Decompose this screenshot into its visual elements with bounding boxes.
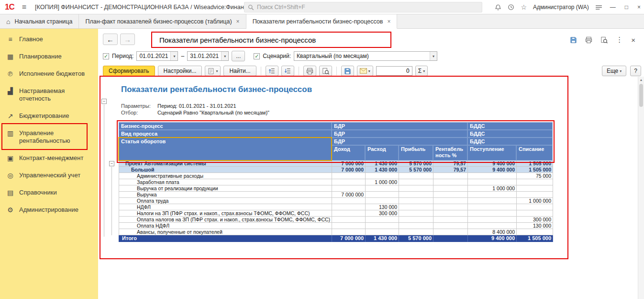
row-value-cell[interactable]: [468, 210, 517, 217]
row-value-cell[interactable]: 7 000 000: [332, 167, 366, 173]
row-value-cell[interactable]: [468, 173, 517, 179]
row-name-cell[interactable]: Большой: [119, 167, 332, 173]
row-value-cell[interactable]: [366, 192, 399, 198]
row-value-cell[interactable]: [433, 173, 468, 179]
minimize-button[interactable]: —: [609, 4, 617, 11]
favorites-star-icon[interactable]: ☆: [521, 4, 527, 11]
row-value-cell[interactable]: 130 000: [517, 223, 553, 229]
row-value-cell[interactable]: [332, 173, 366, 179]
row-value-cell[interactable]: [433, 217, 468, 223]
header-business-process[interactable]: Бизнес-процесс: [119, 122, 332, 130]
dropdown-icon[interactable]: ▾: [216, 69, 218, 73]
row-value-cell[interactable]: 1 505 000: [517, 167, 553, 173]
period-from-input[interactable]: 01.01.2021 ▾: [136, 51, 178, 61]
row-name-cell[interactable]: Оплата налогов на ЗП (ПФР страх. и накоп…: [119, 217, 332, 223]
forward-button[interactable]: →: [120, 34, 135, 45]
row-value-cell[interactable]: 5 570 000: [399, 161, 433, 167]
row-value-cell[interactable]: [517, 185, 553, 192]
row-name-cell[interactable]: Заработная плата: [119, 179, 332, 185]
row-value-cell[interactable]: [468, 217, 517, 223]
group-collapse-button[interactable]: −: [109, 161, 114, 166]
total-receipt[interactable]: 9 400 000: [468, 235, 517, 242]
tab-item[interactable]: ⌂Начальная страница: [0, 14, 79, 28]
row-value-cell[interactable]: [399, 204, 433, 210]
row-name-cell[interactable]: НДФЛ: [119, 204, 332, 210]
current-user-label[interactable]: Администратор (WA): [533, 4, 589, 11]
sum-sigma-button[interactable]: Σ ▾: [415, 66, 428, 76]
header-bdr[interactable]: БДР: [332, 130, 467, 138]
report-variants-button[interactable]: ▾: [205, 66, 221, 76]
sidebar-item[interactable]: ▣Контракт-менеджмент: [0, 150, 98, 167]
row-value-cell[interactable]: [332, 210, 366, 217]
scenario-checkbox[interactable]: ✓: [254, 53, 260, 59]
row-value-cell[interactable]: 1 000 000: [366, 179, 399, 185]
expand-groups-button[interactable]: [266, 66, 278, 76]
row-value-cell[interactable]: 130 000: [366, 204, 399, 210]
save-result-button[interactable]: [341, 66, 354, 76]
row-value-cell[interactable]: [468, 198, 517, 204]
column-receipt[interactable]: Поступление: [467, 145, 516, 161]
row-value-cell[interactable]: [433, 204, 468, 210]
notifications-bell-icon[interactable]: [495, 4, 501, 11]
tab-close-icon[interactable]: ×: [387, 18, 390, 25]
header-turnover-item-selected[interactable]: Статья оборотов: [119, 138, 332, 161]
counter-input[interactable]: 0: [376, 66, 412, 76]
row-value-cell[interactable]: [468, 192, 517, 198]
sidebar-item-highlighted[interactable]: ▥Управление рентабельностью: [0, 125, 98, 150]
row-value-cell[interactable]: [433, 192, 468, 198]
row-value-cell[interactable]: [517, 229, 553, 235]
row-value-cell[interactable]: [517, 210, 553, 217]
column-income[interactable]: Доход: [332, 145, 365, 161]
row-value-cell[interactable]: [468, 179, 517, 185]
row-value-cell[interactable]: 75 000: [517, 173, 553, 179]
row-name-cell[interactable]: Административные расходы: [119, 173, 332, 179]
row-value-cell[interactable]: 7 000 000: [332, 161, 366, 167]
combo-dropdown-icon[interactable]: ▾: [430, 52, 437, 60]
print-icon[interactable]: [585, 36, 592, 44]
generate-button[interactable]: Сформировать: [103, 66, 155, 76]
collapse-groups-button[interactable]: [281, 66, 294, 76]
row-value-cell[interactable]: 1 430 000: [366, 161, 399, 167]
row-value-cell[interactable]: [399, 173, 433, 179]
total-profitability[interactable]: [433, 235, 468, 242]
tab-item[interactable]: План-факт показателей бизнес-процессов (…: [79, 14, 246, 28]
sidebar-item[interactable]: ≡Главное: [0, 31, 98, 48]
dropdown-icon[interactable]: ▾: [620, 69, 622, 73]
row-name-cell[interactable]: Авансы, полученные от покупателей: [119, 229, 332, 235]
row-value-cell[interactable]: [332, 223, 366, 229]
row-value-cell[interactable]: [433, 198, 468, 204]
row-value-cell[interactable]: [399, 217, 433, 223]
settings-button[interactable]: Настройки...: [158, 66, 202, 76]
sidebar-item[interactable]: ℗Исполнение бюджетов: [0, 65, 98, 82]
row-value-cell[interactable]: 9 400 000: [468, 167, 517, 173]
close-form-icon[interactable]: ×: [631, 36, 635, 44]
row-value-cell[interactable]: [332, 179, 366, 185]
row-value-cell[interactable]: 5 570 000: [399, 167, 433, 173]
print-button[interactable]: [303, 66, 316, 76]
vertical-scrollbar[interactable]: ▲: [638, 77, 644, 299]
scrollbar-thumb[interactable]: [639, 84, 643, 107]
preview-button[interactable]: [319, 66, 332, 76]
sidebar-item[interactable]: ▦Планирование: [0, 48, 98, 65]
header-bdr[interactable]: БДР: [332, 138, 467, 145]
header-bdds[interactable]: БДДС: [467, 130, 553, 138]
column-profitability[interactable]: Рентабельность %: [433, 145, 467, 161]
sidebar-item[interactable]: ◎Управленческий учет: [0, 167, 98, 184]
help-button[interactable]: ?: [630, 66, 641, 76]
row-value-cell[interactable]: [366, 185, 399, 192]
scenario-combobox[interactable]: Квартальный (по месяцам) ▾: [294, 51, 437, 61]
row-value-cell[interactable]: 1 430 000: [366, 167, 399, 173]
header-bdr[interactable]: БДР: [332, 122, 467, 130]
row-value-cell[interactable]: 7 000 000: [332, 192, 366, 198]
history-clock-icon[interactable]: [508, 4, 514, 11]
sidebar-item[interactable]: ⚙Администрирование: [0, 201, 98, 218]
row-value-cell[interactable]: [517, 204, 553, 210]
total-income[interactable]: 7 000 000: [332, 235, 366, 242]
row-value-cell[interactable]: 1 000 000: [468, 185, 517, 192]
row-value-cell[interactable]: [366, 229, 399, 235]
date-picker-icon[interactable]: ▾: [221, 52, 228, 60]
header-bdds[interactable]: БДДС: [467, 138, 553, 145]
row-name-cell[interactable]: Налоги на ЗП (ПФР страх. и накоп., страх…: [119, 210, 332, 217]
row-value-cell[interactable]: [399, 198, 433, 204]
save-icon[interactable]: [570, 36, 577, 44]
